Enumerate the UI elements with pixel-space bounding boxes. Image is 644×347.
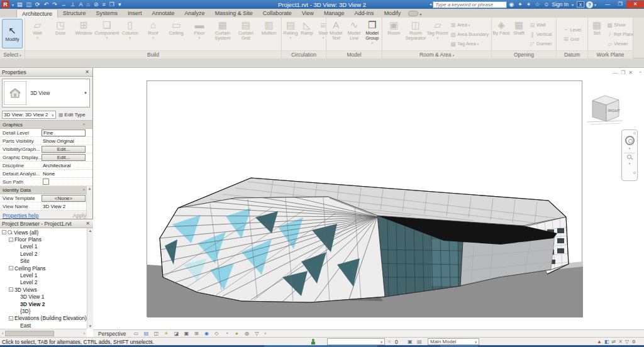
section-icon[interactable]: ⊘ <box>92 1 101 8</box>
ribbon-button[interactable]: ▬ Floor ▾ <box>188 18 211 50</box>
visual-style-icon[interactable]: ◫ <box>151 330 161 337</box>
tree-item[interactable]: - Views (all) <box>0 229 93 236</box>
close-button[interactable]: ✕ <box>626 1 644 8</box>
revit-logo-icon[interactable]: R <box>1 1 9 8</box>
ribbon-tab[interactable]: Annotate <box>147 9 180 18</box>
ribbon-button[interactable]: ◫ Room Separator <box>405 18 427 50</box>
ribbon-button[interactable]: ▦ Shaft <box>510 18 528 50</box>
tree-item[interactable]: - Elevations (Building Elevation) <box>0 315 93 322</box>
tree-item[interactable]: East <box>0 322 93 329</box>
browser-scrollbar[interactable]: ▲▼ <box>87 228 93 329</box>
show-crop-region-icon[interactable]: ⊞ <box>191 330 201 337</box>
navigation-bar[interactable]: ▾ ▾ <box>621 129 638 181</box>
zoom-tool-icon[interactable] <box>627 155 633 160</box>
properties-help-link[interactable]: Properties help <box>3 212 38 219</box>
ribbon-tab[interactable]: Analyze <box>180 9 210 18</box>
worksharing-person-icon[interactable] <box>311 339 316 344</box>
save-icon[interactable]: ◫ <box>25 1 34 8</box>
design-options-dropdown[interactable]: ∨ <box>327 338 385 345</box>
ribbon-button[interactable]: ◈ By Face <box>492 18 510 50</box>
property-row[interactable]: View Name 3D View 2 <box>0 202 92 211</box>
text-icon[interactable]: A <box>77 1 85 8</box>
ribbon-button[interactable]: ▦ Curtain System <box>211 18 235 50</box>
steering-wheel-caret[interactable]: ▾ <box>629 146 631 150</box>
property-row[interactable]: Graphic Display... Edit... <box>0 153 92 162</box>
tree-item[interactable]: - Ceiling Plans <box>0 265 93 272</box>
vcb-collapse-icon[interactable]: ‹ <box>262 331 266 336</box>
room-area-panel-label[interactable]: Room & Area▾ <box>382 50 491 58</box>
ribbon-display-caret[interactable]: ▾ <box>418 12 421 16</box>
app-menu-caret[interactable]: ▾ <box>11 3 15 7</box>
reveal-hidden-icon[interactable]: ● <box>231 330 242 337</box>
tree-item[interactable]: Site <box>0 258 93 265</box>
property-row[interactable]: Sun Path <box>0 178 92 186</box>
ribbon-button-small[interactable]: ▨ Area Boundary <box>450 30 489 39</box>
sign-in-caret[interactable]: ▾ <box>570 3 575 7</box>
search-icon[interactable]: ◉ <box>507 1 516 8</box>
view-close-icon[interactable]: ✕ <box>628 70 633 75</box>
help-caret[interactable]: ▾ <box>593 3 597 7</box>
ribbon-button[interactable]: ⊞ Window <box>72 18 96 50</box>
signin-person-icon[interactable]: ☺ <box>541 1 551 8</box>
view-restore-icon[interactable]: ❐ <box>621 70 625 75</box>
ribbon-button-small[interactable]: ∥ Vertical <box>529 30 552 39</box>
open-icon[interactable]: ▤ <box>15 1 25 8</box>
type-selector-caret[interactable]: ▼ <box>84 91 89 95</box>
modify-button[interactable]: ↖ Modify <box>2 19 23 48</box>
ribbon-button[interactable]: ◳ Door <box>49 18 72 50</box>
property-row[interactable]: Detail Level Fine <box>0 129 92 137</box>
ribbon-button-small[interactable]: / Ref Plane <box>606 30 635 39</box>
property-row[interactable]: Default Analysi... None <box>0 170 92 178</box>
thin-lines-icon[interactable]: ≡ <box>101 1 108 8</box>
crop-view-icon[interactable]: ▣ <box>181 330 191 337</box>
favorites-icon[interactable]: ☆ <box>533 1 541 8</box>
ribbon-tab[interactable]: Massing & Site <box>210 9 258 18</box>
ribbon-button-small[interactable]: ▱ Viewer <box>606 39 635 48</box>
drawing-area[interactable]: — ❐ ✕ ^ <box>93 68 644 329</box>
properties-header[interactable]: Properties ✕ <box>0 68 92 77</box>
select-links-icon[interactable]: ▲ <box>597 338 602 345</box>
property-row[interactable]: View Template <None> <box>0 194 92 202</box>
hide-isolate-icon[interactable]: ◔ <box>221 330 231 337</box>
ribbon-button-small[interactable]: ⌁ Level <box>563 25 582 35</box>
ribbon-tab[interactable]: Collaborate <box>258 9 297 18</box>
tree-item[interactable]: 3D View 1 <box>0 294 93 300</box>
ribbon-button[interactable]: ◺ Ramp <box>299 18 315 50</box>
navbar-customize-icon[interactable] <box>633 132 636 135</box>
tree-item[interactable]: - 3D Views <box>0 286 93 293</box>
navbar-options-icon[interactable] <box>633 172 636 174</box>
ribbon-button-small[interactable]: ⊟ Wall <box>529 20 552 30</box>
ribbon-button-small[interactable]: ⊠ Area ▾ <box>450 20 489 30</box>
default-3d-view-icon[interactable]: ⌂ <box>85 1 92 8</box>
tree-item[interactable]: Level 2 <box>0 279 93 286</box>
search-collapse-caret[interactable]: ◂ <box>430 2 432 7</box>
property-row[interactable]: Identity Data ^ <box>0 186 92 194</box>
type-selector[interactable]: 3D View ▼ <box>2 79 90 107</box>
browser-horizontal-scrollbar[interactable]: ‹ › <box>0 329 87 337</box>
active-design-option-dropdown[interactable]: Main Model ∨ <box>428 338 479 345</box>
ribbon-tab[interactable]: Manage <box>319 9 350 18</box>
filter-icon[interactable]: ▽ <box>625 338 629 345</box>
ribbon-button[interactable]: ⌂ Roof ▾ <box>142 18 165 50</box>
property-row[interactable]: Parts Visibility Show Original <box>0 137 92 145</box>
property-row[interactable]: Visibility/Graph... Edit... <box>0 145 92 153</box>
view-properties-icon[interactable]: ▽ <box>252 330 262 337</box>
zoom-tool-caret[interactable]: ▾ <box>629 162 631 165</box>
ribbon-tab[interactable]: Architecture <box>16 9 58 18</box>
undo-icon[interactable]: ↶ <box>42 1 51 8</box>
communication-center-icon[interactable]: ✦ <box>516 1 525 8</box>
ribbon-button[interactable]: ▱ Wall ▾ <box>26 18 49 50</box>
ribbon-button[interactable]: ▤ Curtain Grid <box>234 18 257 50</box>
aligned-dimension-icon[interactable]: ⊥ <box>69 1 77 8</box>
ribbon-button-small[interactable]: ◸ Dormer <box>529 39 552 48</box>
project-browser-header[interactable]: Project Browser - Project1.rvt ✕ <box>0 219 93 228</box>
view-scale-icon[interactable]: ▭ <box>131 330 141 337</box>
select-panel-label[interactable]: Select▾ <box>0 50 25 58</box>
tree-item[interactable]: Level 1 <box>0 243 93 250</box>
view-scale-label[interactable]: Perspective <box>98 331 126 337</box>
ribbon-tab[interactable]: Modify <box>379 9 406 18</box>
worksharing-display-icon[interactable]: ◍ <box>242 330 252 337</box>
redo-icon[interactable]: ↷ <box>50 1 59 8</box>
ribbon-tab[interactable]: View <box>297 9 319 18</box>
tree-item[interactable]: Level 2 <box>0 250 93 257</box>
